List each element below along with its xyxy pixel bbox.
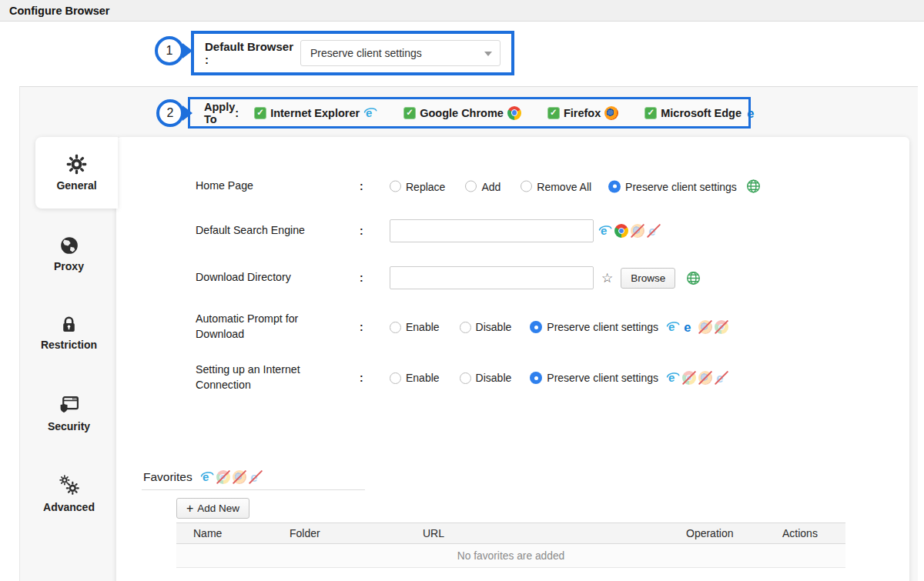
checkbox-checked-icon bbox=[403, 107, 416, 119]
column-header-actions: Actions bbox=[782, 527, 845, 539]
firefox-icon bbox=[604, 106, 618, 120]
apply-to-callout-box: Apply To : Internet Explorer Google Chro… bbox=[188, 97, 751, 129]
home-page-row: Home Page : Replace Add Remove All bbox=[116, 174, 902, 199]
chrome-icon-disabled bbox=[682, 371, 696, 385]
radio-unselected-icon bbox=[390, 322, 401, 333]
column-header-folder: Folder bbox=[290, 527, 423, 539]
page-titlebar: Configure Browser bbox=[0, 0, 924, 22]
auto-prompt-radio-enable[interactable]: Enable bbox=[390, 321, 440, 333]
edge-icon-disabled bbox=[249, 470, 263, 484]
separator-colon: : bbox=[360, 321, 363, 333]
callout-1-pointer-icon bbox=[182, 43, 192, 58]
callout-2-marker: 2 bbox=[156, 99, 184, 127]
radio-selected-icon bbox=[530, 321, 542, 333]
separator-colon: : bbox=[235, 107, 239, 119]
home-page-radio-remove-all[interactable]: Remove All bbox=[521, 180, 591, 192]
chrome-icon-disabled bbox=[216, 470, 230, 484]
radio-unselected-icon bbox=[390, 181, 401, 192]
default-browser-label: Default Browser : bbox=[205, 40, 300, 66]
apply-to-google-chrome-checkbox[interactable]: Google Chrome bbox=[403, 106, 521, 120]
column-header-operation: Operation bbox=[686, 527, 782, 539]
chrome-icon bbox=[507, 106, 521, 120]
firefox-icon-disabled bbox=[698, 320, 712, 334]
sidebar-item-label: Security bbox=[20, 420, 118, 432]
apply-to-microsoft-edge-checkbox[interactable]: Microsoft Edge bbox=[644, 106, 759, 120]
default-browser-dropdown-value: Preserve client settings bbox=[310, 47, 422, 59]
search-engine-row: Default Search Engine : bbox=[116, 219, 902, 243]
home-page-label: Home Page bbox=[196, 179, 328, 194]
browse-button[interactable]: Browse bbox=[621, 268, 675, 289]
apply-to-internet-explorer-checkbox[interactable]: Internet Explorer bbox=[254, 106, 377, 120]
sidebar-item-security[interactable]: Security bbox=[20, 395, 118, 432]
radio-unselected-icon bbox=[521, 181, 532, 192]
sidebar-item-general[interactable]: General bbox=[35, 137, 118, 209]
sidebar-item-advanced[interactable]: Advanced bbox=[20, 475, 118, 513]
radio-unselected-icon bbox=[460, 372, 471, 384]
callout-1-number: 1 bbox=[166, 44, 173, 58]
checkbox-checked-icon bbox=[547, 107, 560, 119]
internet-connection-radio-enable[interactable]: Enable bbox=[390, 372, 440, 384]
radio-selected-icon bbox=[530, 372, 542, 384]
home-page-radio-preserve[interactable]: Preserve client settings bbox=[608, 180, 737, 192]
plus-icon: + bbox=[186, 502, 193, 516]
separator-colon: : bbox=[360, 272, 363, 284]
edge-icon-disabled bbox=[647, 224, 661, 238]
firefox-icon-disabled bbox=[698, 371, 712, 385]
apply-to-label: Apply To bbox=[204, 101, 235, 125]
firefox-icon-disabled bbox=[631, 224, 644, 238]
edge-icon bbox=[682, 320, 696, 334]
radio-unselected-icon bbox=[390, 372, 401, 384]
general-tab-content: Home Page : Replace Add Remove All bbox=[116, 137, 909, 581]
favorites-divider bbox=[142, 489, 365, 490]
search-engine-input[interactable] bbox=[390, 219, 594, 242]
download-directory-input[interactable] bbox=[390, 266, 594, 289]
separator-colon: : bbox=[360, 372, 363, 384]
apply-to-firefox-checkbox[interactable]: Firefox bbox=[547, 106, 618, 120]
edge-icon-disabled bbox=[715, 371, 728, 385]
firefox-icon-disabled bbox=[233, 470, 246, 484]
download-directory-row: Download Directory : ☆ Browse bbox=[116, 265, 902, 290]
favorites-table-header: Name Folder URL Operation Actions bbox=[176, 523, 845, 544]
chevron-down-icon bbox=[484, 52, 492, 56]
radio-unselected-icon bbox=[460, 322, 471, 333]
shield-browser-icon bbox=[20, 395, 118, 416]
home-page-radio-add[interactable]: Add bbox=[465, 180, 500, 192]
configure-browser-page: Configure Browser 1 Default Browser : Pr… bbox=[0, 0, 924, 581]
lock-icon bbox=[20, 315, 118, 334]
chrome-icon-disabled bbox=[715, 320, 728, 334]
ie-icon bbox=[666, 320, 680, 334]
chrome-icon bbox=[614, 224, 628, 238]
internet-connection-label: Setting up an Internet Connection bbox=[196, 362, 328, 393]
column-header-url: URL bbox=[423, 527, 686, 539]
internet-connection-row: Setting up an Internet Connection : Enab… bbox=[116, 361, 902, 395]
auto-prompt-radio-disable[interactable]: Disable bbox=[460, 321, 512, 333]
globe-green-icon bbox=[746, 179, 761, 194]
favorites-empty-state: No favorites are added bbox=[176, 544, 845, 568]
sidebar-item-label: General bbox=[35, 179, 118, 192]
ie-icon bbox=[598, 224, 612, 238]
add-new-favorite-button[interactable]: + Add New bbox=[176, 498, 249, 519]
search-engine-label: Default Search Engine bbox=[196, 223, 328, 239]
internet-connection-radio-disable[interactable]: Disable bbox=[460, 372, 512, 384]
edge-icon bbox=[745, 106, 759, 120]
favorites-title: Favorites bbox=[143, 470, 192, 484]
ie-icon bbox=[666, 371, 680, 385]
home-page-radio-replace[interactable]: Replace bbox=[390, 180, 445, 192]
favorites-header: Favorites bbox=[143, 470, 263, 484]
sidebar-item-label: Proxy bbox=[20, 260, 118, 272]
favorites-table: Name Folder URL Operation Actions No fav… bbox=[176, 523, 845, 568]
globe-green-icon bbox=[686, 271, 701, 285]
default-browser-dropdown[interactable]: Preserve client settings bbox=[300, 40, 500, 66]
sidebar-item-restriction[interactable]: Restriction bbox=[20, 315, 118, 351]
column-header-name: Name bbox=[176, 527, 290, 539]
sidebar-item-proxy[interactable]: Proxy bbox=[20, 235, 118, 272]
star-icon[interactable]: ☆ bbox=[601, 272, 613, 285]
callout-1-marker: 1 bbox=[155, 36, 184, 65]
ie-icon bbox=[200, 470, 214, 484]
internet-connection-radio-preserve[interactable]: Preserve client settings bbox=[530, 372, 658, 384]
download-directory-label: Download Directory bbox=[196, 270, 328, 285]
sidebar-item-label: Advanced bbox=[20, 501, 118, 513]
auto-prompt-radio-preserve[interactable]: Preserve client settings bbox=[530, 321, 658, 333]
globe-icon bbox=[20, 235, 118, 255]
callout-2-number: 2 bbox=[167, 106, 174, 120]
